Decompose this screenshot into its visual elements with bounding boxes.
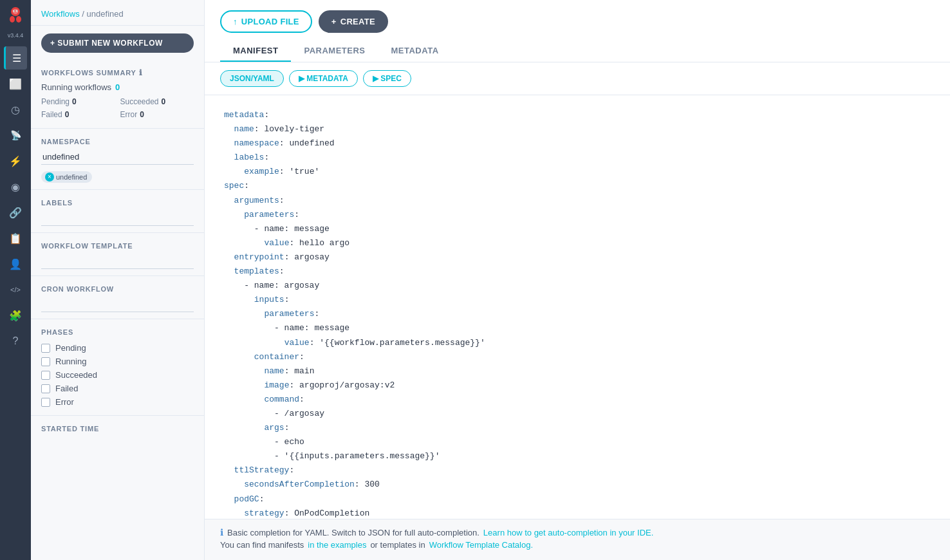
menu-icon: ☰ bbox=[12, 52, 21, 64]
help-icon: ? bbox=[13, 335, 19, 347]
namespace-section: NAMESPACE × undefined bbox=[31, 131, 204, 187]
icon-bar: v3.4.4 ☰ ⬜ ◷ 📡 ⚡ ◉ 🔗 📋 👤 </> 🧩 ? bbox=[0, 0, 31, 560]
namespace-input[interactable] bbox=[41, 149, 194, 165]
phase-error-checkbox[interactable] bbox=[41, 398, 50, 407]
labels-title: LABELS bbox=[41, 199, 194, 207]
footer-examples-link[interactable]: in the examples bbox=[308, 540, 366, 550]
phase-succeeded[interactable]: Succeeded bbox=[41, 368, 194, 382]
phase-pending-checkbox[interactable] bbox=[41, 344, 50, 353]
code-line: - name: argosay bbox=[224, 279, 931, 293]
tab-metadata[interactable]: METADATA bbox=[378, 41, 452, 62]
create-button[interactable]: + CREATE bbox=[319, 10, 388, 33]
code-editor[interactable]: metadata: name: lovely-tiger namespace: … bbox=[205, 95, 950, 519]
footer-learn-link[interactable]: Learn how to get auto-completion in your… bbox=[483, 528, 653, 537]
create-label: CREATE bbox=[340, 17, 375, 26]
nav-menu[interactable]: ☰ bbox=[4, 46, 27, 70]
started-time-section: STARTED TIME bbox=[31, 418, 204, 436]
nav-list[interactable]: 📋 bbox=[4, 227, 27, 250]
nav-broadcast[interactable]: 📡 bbox=[4, 124, 27, 147]
code-line: name: main bbox=[224, 364, 931, 378]
list-icon: 📋 bbox=[9, 232, 22, 245]
phases-title: PHASES bbox=[41, 328, 194, 336]
footer-catalog-link[interactable]: Workflow Template Catalog. bbox=[429, 540, 533, 550]
phase-failed-label: Failed bbox=[55, 384, 78, 393]
workflow-template-input[interactable] bbox=[41, 254, 194, 269]
nav-code[interactable]: </> bbox=[4, 278, 27, 301]
spec-sub-label: ▶ SPEC bbox=[373, 74, 402, 83]
failed-row: Failed 0 bbox=[41, 109, 115, 120]
nav-user[interactable]: 👤 bbox=[4, 252, 27, 275]
svg-point-6 bbox=[14, 10, 14, 11]
code-line: spec: bbox=[224, 179, 931, 193]
upload-label: UPLOAD FILE bbox=[241, 17, 299, 26]
summary-grid: Pending 0 Succeeded 0 Failed 0 Error 0 bbox=[41, 96, 194, 120]
phase-failed[interactable]: Failed bbox=[41, 382, 194, 395]
code-line: templates: bbox=[224, 265, 931, 279]
cron-workflow-title: CRON WORKFLOW bbox=[41, 285, 194, 293]
labels-section: LABELS bbox=[31, 192, 204, 230]
code-line: args: bbox=[224, 421, 931, 435]
phase-error-label: Error bbox=[55, 397, 74, 407]
app-version: v3.4.4 bbox=[8, 32, 24, 39]
code-line: metadata: bbox=[224, 108, 931, 122]
phase-error[interactable]: Error bbox=[41, 395, 194, 409]
tab-parameters[interactable]: PARAMETERS bbox=[291, 41, 378, 62]
nav-puzzle[interactable]: 🧩 bbox=[4, 304, 27, 327]
phase-pending[interactable]: Pending bbox=[41, 341, 194, 355]
labels-input[interactable] bbox=[41, 210, 194, 226]
code-line: value: '{{workflow.parameters.message}}' bbox=[224, 336, 931, 350]
code-line: value: hello argo bbox=[224, 236, 931, 250]
nav-workflows[interactable]: ⬜ bbox=[4, 72, 27, 95]
footer-info-text: Basic completion for YAML. Switch to JSO… bbox=[227, 528, 480, 537]
tabs: MANIFEST PARAMETERS METADATA bbox=[220, 41, 935, 62]
breadcrumb-container: Workflows / undefined bbox=[31, 0, 204, 26]
running-count: 0 bbox=[115, 82, 120, 92]
code-line: parameters: bbox=[224, 307, 931, 321]
breadcrumb-workflows-link[interactable]: Workflows bbox=[41, 9, 80, 19]
spec-sub-button[interactable]: ▶ SPEC bbox=[363, 70, 411, 87]
breadcrumb: Workflows / undefined bbox=[41, 9, 124, 19]
submit-new-workflow-button[interactable]: + SUBMIT NEW WORKFLOW bbox=[41, 33, 194, 53]
history-icon: ◷ bbox=[11, 104, 20, 116]
cron-workflow-input[interactable] bbox=[41, 297, 194, 312]
code-icon: </> bbox=[10, 286, 21, 294]
code-line: inputs: bbox=[224, 293, 931, 307]
namespace-tag: × undefined bbox=[41, 171, 92, 183]
code-line: image: argoproj/argosay:v2 bbox=[224, 378, 931, 393]
nav-link[interactable]: 🔗 bbox=[4, 201, 27, 224]
started-time-title: STARTED TIME bbox=[41, 425, 194, 433]
phase-running[interactable]: Running bbox=[41, 355, 194, 368]
code-line: command: bbox=[224, 393, 931, 407]
tab-manifest[interactable]: MANIFEST bbox=[220, 41, 291, 62]
nav-feed[interactable]: ◉ bbox=[4, 175, 27, 198]
sidebar: Workflows / undefined + SUBMIT NEW WORKF… bbox=[31, 0, 205, 560]
nav-history[interactable]: ◷ bbox=[4, 98, 27, 121]
phase-running-checkbox[interactable] bbox=[41, 357, 50, 366]
footer-info: ℹ Basic completion for YAML. Switch to J… bbox=[205, 519, 950, 560]
workflow-template-section: WORKFLOW TEMPLATE bbox=[31, 236, 204, 273]
top-bar: ↑ UPLOAD FILE + CREATE MANIFEST PARAMETE… bbox=[205, 0, 950, 62]
nav-help[interactable]: ? bbox=[4, 330, 27, 353]
nav-flash[interactable]: ⚡ bbox=[4, 149, 27, 173]
code-line: entrypoint: argosay bbox=[224, 250, 931, 265]
code-line: ttlStrategy: bbox=[224, 463, 931, 478]
pending-row: Pending 0 bbox=[41, 96, 115, 107]
code-line: labels: bbox=[224, 151, 931, 165]
phase-succeeded-checkbox[interactable] bbox=[41, 371, 50, 380]
create-plus-icon: + bbox=[331, 17, 337, 26]
code-line: example: 'true' bbox=[224, 165, 931, 179]
phase-failed-checkbox[interactable] bbox=[41, 384, 50, 393]
footer-row-2: You can find manifests in the examples o… bbox=[220, 540, 935, 550]
svg-point-2 bbox=[16, 16, 21, 23]
phases-section: PHASES Pending Running Succeeded Failed … bbox=[31, 322, 204, 413]
info-circle-icon: ℹ bbox=[220, 527, 223, 537]
upload-file-button[interactable]: ↑ UPLOAD FILE bbox=[220, 10, 312, 33]
namespace-tag-remove[interactable]: × bbox=[45, 173, 54, 182]
metadata-sub-button[interactable]: ▶ METADATA bbox=[289, 70, 358, 87]
workflows-icon: ⬜ bbox=[9, 78, 22, 90]
feed-icon: ◉ bbox=[11, 181, 20, 193]
workflow-template-title: WORKFLOW TEMPLATE bbox=[41, 242, 194, 250]
json-yaml-button[interactable]: JSON/YAML bbox=[220, 70, 284, 87]
workflows-summary-section: WORKFLOWS SUMMARY ℹ Running workflows 0 … bbox=[31, 61, 204, 126]
code-line: container: bbox=[224, 350, 931, 364]
